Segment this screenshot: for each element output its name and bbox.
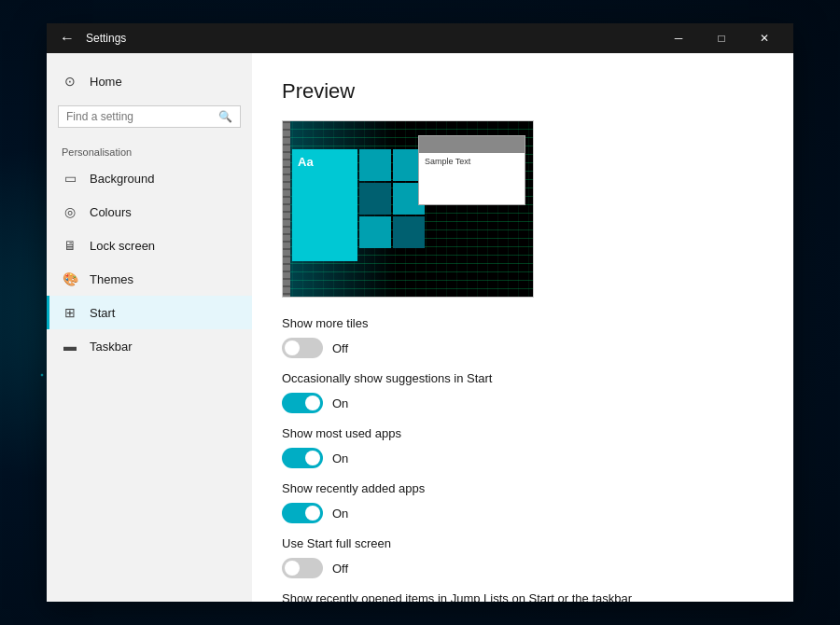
setting-label-show-most-used: Show most used apps [282, 426, 763, 440]
lock-screen-icon: 🖥 [62, 238, 78, 253]
setting-label-show-recently-added: Show recently added apps [282, 481, 763, 495]
sidebar: ⊙ Home 🔍 Personalisation ▭ Background ◎ … [47, 53, 252, 602]
home-icon: ⊙ [62, 74, 78, 89]
toggle-state-show-most-used: On [332, 451, 348, 465]
toggle-state-show-more-tiles: Off [332, 341, 348, 355]
preview-container: Aa Sample Text [282, 120, 534, 298]
toggle-use-start-full-screen[interactable] [282, 558, 323, 578]
toggle-knob-show-suggestions [305, 396, 320, 410]
toggle-show-recently-added[interactable] [282, 503, 323, 523]
background-icon: ▭ [62, 171, 78, 186]
title-bar: ← Settings ─ □ ✕ [47, 23, 793, 53]
toggle-state-show-suggestions: On [332, 396, 348, 410]
preview-sample-titlebar [419, 136, 525, 153]
sidebar-item-colours[interactable]: ◎ Colours [47, 195, 252, 229]
toggle-knob-show-more-tiles [285, 340, 300, 355]
sidebar-item-themes[interactable]: 🎨 Themes [47, 262, 252, 296]
back-button[interactable]: ← [54, 25, 80, 51]
sidebar-item-lock-screen[interactable]: 🖥 Lock screen [47, 229, 252, 262]
preview-tile-3 [359, 183, 391, 215]
sidebar-start-label: Start [90, 306, 115, 320]
themes-icon: 🎨 [62, 271, 78, 286]
main-content: ⊙ Home 🔍 Personalisation ▭ Background ◎ … [47, 53, 793, 602]
toggle-row-show-recently-added: On [282, 503, 763, 523]
sidebar-lock-screen-label: Lock screen [90, 239, 155, 253]
sidebar-item-home[interactable]: ⊙ Home [47, 64, 252, 98]
sidebar-home-label: Home [90, 75, 122, 89]
setting-label-show-suggestions: Occasionally show suggestions in Start [282, 371, 763, 385]
window-controls: ─ □ ✕ [657, 23, 786, 53]
toggle-state-show-recently-added: On [332, 507, 348, 521]
preview-background: Aa Sample Text [283, 121, 533, 297]
toggle-row-use-start-full-screen: Off [282, 558, 763, 578]
setting-label-show-more-tiles: Show more tiles [282, 316, 763, 330]
search-icon: 🔍 [218, 110, 232, 123]
sidebar-themes-label: Themes [90, 272, 133, 286]
toggle-knob-show-recently-added [305, 506, 320, 521]
sidebar-item-taskbar[interactable]: ▬ Taskbar [47, 329, 252, 363]
toggle-state-use-start-full-screen: Off [332, 562, 348, 576]
toggle-show-suggestions[interactable] [282, 393, 323, 413]
preview-tile-1 [359, 149, 391, 181]
page-title: Preview [282, 79, 763, 104]
search-box[interactable]: 🔍 [58, 105, 241, 128]
sidebar-background-label: Background [90, 172, 154, 186]
setting-label-show-recently-opened: Show recently opened items in Jump Lists… [282, 591, 763, 602]
preview-tile-6 [393, 216, 425, 248]
start-icon: ⊞ [62, 305, 78, 320]
preview-aa-text: Aa [298, 155, 314, 169]
sidebar-taskbar-label: Taskbar [90, 340, 133, 354]
preview-tiles [359, 149, 425, 248]
preview-ruler [283, 121, 290, 297]
toggle-row-show-suggestions: On [282, 393, 763, 413]
toggle-knob-use-start-full-screen [285, 561, 300, 576]
window-title: Settings [86, 32, 657, 45]
preview-tile-5 [359, 216, 391, 248]
preview-start-tile: Aa [292, 149, 357, 261]
colours-icon: ◎ [62, 204, 78, 219]
preview-sample-window: Sample Text [418, 135, 525, 205]
search-input[interactable] [66, 110, 213, 123]
sidebar-section-label: Personalisation [47, 135, 252, 161]
sidebar-item-start[interactable]: ⊞ Start [47, 296, 252, 329]
close-button[interactable]: ✕ [743, 23, 786, 53]
settings-window: ← Settings ─ □ ✕ ⊙ Home 🔍 Personalisatio… [47, 23, 793, 602]
toggle-show-more-tiles[interactable] [282, 338, 323, 358]
toggle-row-show-most-used: On [282, 448, 763, 468]
minimize-button[interactable]: ─ [657, 23, 700, 53]
preview-sample-text: Sample Text [419, 153, 525, 170]
sidebar-colours-label: Colours [90, 205, 132, 219]
toggle-row-show-more-tiles: Off [282, 338, 763, 358]
taskbar-icon: ▬ [62, 339, 78, 354]
toggle-show-most-used[interactable] [282, 448, 323, 468]
toggle-knob-show-most-used [305, 451, 320, 465]
maximize-button[interactable]: □ [700, 23, 743, 53]
sidebar-item-background[interactable]: ▭ Background [47, 161, 252, 195]
setting-label-use-start-full-screen: Use Start full screen [282, 536, 763, 550]
content-panel: Preview Aa [252, 53, 793, 602]
